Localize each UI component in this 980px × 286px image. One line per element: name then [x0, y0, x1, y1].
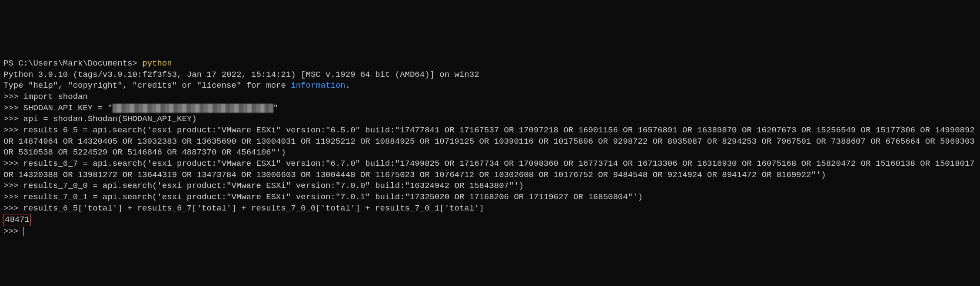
repl-line-apikey-b: " — [273, 103, 278, 113]
repl-prompt: >>> — [3, 92, 23, 102]
python-banner-line1: Python 3.9.10 (tags/v3.9.10:f2f3f53, Jan… — [3, 70, 479, 79]
python-banner-line2a: Type "help", "copyright", "credits" or "… — [3, 81, 291, 90]
powershell-prompt: PS C:\Users\Mark\Documents> — [3, 59, 142, 68]
text-cursor — [23, 227, 24, 236]
python-banner-line2b: . — [345, 81, 350, 90]
python-banner-information-link: information — [291, 81, 345, 90]
repl-prompt: >>> — [3, 103, 23, 113]
terminal[interactable]: PS C:\Users\Mark\Documents> python Pytho… — [0, 56, 980, 240]
repl-line-results-7-0-0: results_7_0_0 = api.search('esxi product… — [23, 181, 524, 191]
repl-line-results-6-5: results_6_5 = api.search('esxi product:"… — [3, 125, 980, 157]
repl-prompt: >>> — [3, 114, 23, 124]
repl-prompt: >>> — [3, 227, 23, 236]
repl-output-total: 48471 — [3, 214, 31, 226]
repl-line-import: import shodan — [23, 92, 88, 102]
repl-line-results-6-7: results_6_7 = api.search('esxi product:"… — [3, 159, 980, 180]
repl-line-apikey-a: SHODAN_API_KEY = " — [23, 103, 113, 113]
command-python: python — [142, 59, 172, 68]
repl-prompt: >>> — [3, 125, 23, 135]
redacted-api-key — [113, 104, 273, 113]
repl-prompt: >>> — [3, 159, 23, 168]
repl-prompt: >>> — [3, 204, 23, 213]
repl-prompt: >>> — [3, 181, 23, 191]
repl-prompt: >>> — [3, 192, 23, 202]
repl-line-results-7-0-1: results_7_0_1 = api.search('esxi product… — [23, 192, 643, 202]
repl-line-api-init: api = shodan.Shodan(SHODAN_API_KEY) — [23, 114, 197, 124]
repl-line-sum: results_6_5['total'] + results_6_7['tota… — [23, 204, 484, 213]
